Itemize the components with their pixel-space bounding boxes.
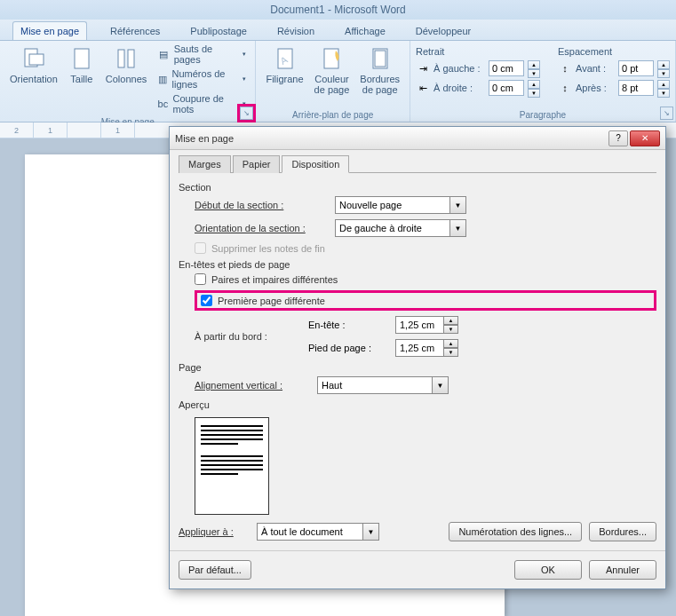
orientation-section-combo[interactable]: ▼ bbox=[335, 219, 466, 237]
sauts-button[interactable]: ▤Sauts de pages▾ bbox=[153, 43, 250, 66]
page-setup-launcher[interactable]: ↘ bbox=[240, 107, 253, 120]
group-label: Arrière-plan de page bbox=[261, 108, 404, 122]
paragraph-launcher[interactable]: ↘ bbox=[660, 107, 673, 120]
filigrane-button[interactable]: A Filigrane bbox=[261, 43, 307, 87]
par-defaut-button[interactable]: Par défaut... bbox=[179, 560, 251, 580]
couleur-page-button[interactable]: Couleur de page bbox=[310, 43, 354, 98]
avant-value[interactable]: 0 pt bbox=[618, 60, 654, 76]
premiere-page-checkbox[interactable]: Première page différente bbox=[201, 295, 325, 306]
supprimer-notes-checkbox: Supprimer les notes de fin bbox=[195, 242, 656, 254]
couleur-page-label: Couleur de page bbox=[314, 74, 350, 95]
orientation-section-label: Orientation de la section : bbox=[195, 223, 328, 233]
svg-rect-2 bbox=[75, 49, 89, 68]
group-paragraphe: Retrait ⇥À gauche :0 cm▲▼ ⇤À droite :0 c… bbox=[410, 41, 676, 122]
retrait-title: Retrait bbox=[416, 46, 540, 57]
colonnes-button[interactable]: Colonnes bbox=[101, 43, 151, 87]
bordures-button[interactable]: Bordures... bbox=[589, 522, 656, 541]
spin-up[interactable]: ▲ bbox=[444, 339, 458, 348]
spin-up[interactable]: ▲ bbox=[528, 80, 540, 89]
pied-spinner[interactable]: ▲▼ bbox=[395, 339, 458, 357]
ruler-tick bbox=[68, 122, 101, 138]
chevron-down-icon[interactable]: ▼ bbox=[450, 219, 466, 237]
spin-up[interactable]: ▲ bbox=[657, 60, 670, 69]
tab-papier[interactable]: Papier bbox=[233, 155, 281, 173]
group-mise-en-page: Orientation Taille Colonnes ▤Sauts de pa… bbox=[0, 41, 256, 122]
appliquer-combo[interactable]: ▼ bbox=[257, 523, 379, 541]
chevron-down-icon[interactable]: ▼ bbox=[450, 196, 466, 214]
tab-developpeur[interactable]: Développeur bbox=[409, 22, 478, 40]
dialog-titlebar[interactable]: Mise en page ? ✕ bbox=[170, 127, 665, 150]
apres-value[interactable]: 8 pt bbox=[618, 80, 654, 96]
pied-value[interactable] bbox=[395, 339, 444, 357]
premiere-page-input[interactable] bbox=[201, 295, 212, 306]
bord-label: À partir du bord : bbox=[195, 331, 301, 342]
spin-down[interactable]: ▼ bbox=[657, 69, 670, 78]
annuler-button[interactable]: Annuler bbox=[589, 560, 656, 580]
ribbon: Orientation Taille Colonnes ▤Sauts de pa… bbox=[0, 41, 676, 122]
headers-title: En-têtes et pieds de page bbox=[179, 259, 656, 270]
line-numbers-icon: ▥ bbox=[156, 72, 168, 86]
section-title: Section bbox=[179, 182, 656, 193]
orientation-section-value[interactable] bbox=[335, 219, 450, 237]
bordures-page-button[interactable]: Bordures de page bbox=[355, 43, 404, 98]
debut-section-value[interactable] bbox=[335, 196, 450, 214]
appliquer-value[interactable] bbox=[257, 523, 363, 541]
sauts-label: Sauts de pages bbox=[174, 43, 240, 65]
orientation-icon bbox=[20, 45, 47, 72]
pied-label: Pied de page : bbox=[308, 343, 388, 353]
gauche-value[interactable]: 0 cm bbox=[489, 60, 524, 76]
spin-down[interactable]: ▼ bbox=[657, 89, 670, 98]
taille-label: Taille bbox=[70, 74, 92, 84]
spin-down[interactable]: ▼ bbox=[528, 89, 540, 98]
spin-down[interactable]: ▼ bbox=[528, 69, 540, 78]
spin-down[interactable]: ▼ bbox=[444, 325, 458, 334]
numeros-button[interactable]: ▥Numéros de lignes▾ bbox=[153, 67, 250, 91]
tab-references[interactable]: Références bbox=[103, 22, 167, 40]
page-borders-icon bbox=[367, 45, 394, 72]
tab-revision[interactable]: Révision bbox=[270, 22, 322, 40]
paires-impaires-input[interactable] bbox=[195, 273, 206, 285]
orientation-button[interactable]: Orientation bbox=[5, 43, 62, 87]
entete-spinner[interactable]: ▲▼ bbox=[395, 316, 458, 334]
taille-button[interactable]: Taille bbox=[64, 43, 99, 87]
indent-right-icon: ⇤ bbox=[416, 81, 430, 95]
help-button[interactable]: ? bbox=[608, 130, 628, 146]
indent-left-icon: ⇥ bbox=[416, 61, 430, 75]
chevron-down-icon[interactable]: ▼ bbox=[363, 523, 379, 541]
taille-icon bbox=[68, 45, 95, 72]
paires-impaires-checkbox[interactable]: Paires et impaires différentes bbox=[195, 273, 656, 285]
debut-section-combo[interactable]: ▼ bbox=[335, 196, 466, 214]
droite-value[interactable]: 0 cm bbox=[489, 80, 524, 96]
orientation-label: Orientation bbox=[10, 74, 58, 84]
paires-impaires-label: Paires et impaires différentes bbox=[211, 274, 338, 285]
align-vertical-value[interactable] bbox=[317, 376, 433, 394]
avant-label: Avant : bbox=[576, 63, 615, 74]
droite-label: À droite : bbox=[433, 83, 485, 93]
chevron-down-icon: ▾ bbox=[243, 75, 246, 83]
tab-affichage[interactable]: Affichage bbox=[338, 22, 393, 40]
tab-marges[interactable]: Marges bbox=[179, 155, 231, 173]
filigrane-label: Filigrane bbox=[266, 74, 303, 84]
page-title: Page bbox=[179, 362, 656, 373]
spin-up[interactable]: ▲ bbox=[444, 316, 458, 325]
numeros-label: Numéros de lignes bbox=[172, 68, 240, 90]
ok-button[interactable]: OK bbox=[514, 560, 582, 580]
page-break-icon: ▤ bbox=[156, 47, 170, 61]
close-button[interactable]: ✕ bbox=[630, 130, 660, 146]
tab-publipostage[interactable]: Publipostage bbox=[183, 22, 254, 40]
tab-mise-en-page[interactable]: Mise en page bbox=[12, 21, 87, 40]
align-vertical-combo[interactable]: ▼ bbox=[317, 376, 449, 394]
chevron-down-icon[interactable]: ▼ bbox=[433, 376, 449, 394]
spin-up[interactable]: ▲ bbox=[657, 80, 670, 89]
dialog-title: Mise en page bbox=[175, 133, 607, 144]
entete-value[interactable] bbox=[395, 316, 444, 334]
ruler-tick: 1 bbox=[34, 122, 68, 138]
numerotation-button[interactable]: Numérotation des lignes... bbox=[449, 522, 582, 541]
colonnes-label: Colonnes bbox=[106, 74, 147, 84]
coupure-button[interactable]: bcCoupure de mots▾ bbox=[153, 92, 250, 115]
tab-disposition[interactable]: Disposition bbox=[282, 155, 349, 173]
spin-up[interactable]: ▲ bbox=[528, 60, 540, 69]
appliquer-label: Appliquer à : bbox=[179, 526, 250, 537]
spin-down[interactable]: ▼ bbox=[444, 348, 458, 357]
preview bbox=[195, 417, 269, 515]
